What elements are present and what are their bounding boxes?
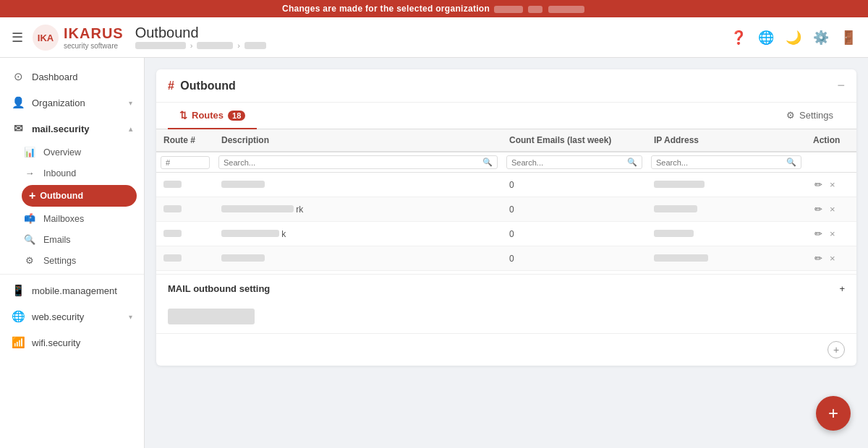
sidebar-item-mobile[interactable]: 📱 mobile.management [0, 277, 144, 303]
delete-button-3[interactable]: × [828, 251, 837, 265]
table-row: 0✏× [156, 173, 856, 197]
hash-symbol: # [168, 79, 174, 92]
sidebar-item-dashboard[interactable]: ⊙ Dashboard [0, 64, 144, 90]
add-section-button[interactable]: + [827, 341, 845, 358]
sidebar-item-overview[interactable]: 📊 Overview [14, 142, 144, 163]
tabs-bar: ⇅ Routes 18 ⚙ Settings [156, 103, 856, 129]
sidebar-label-inbound: Inbound [43, 168, 132, 178]
table-row: rk0✏× [156, 197, 856, 222]
sidebar-label-mailboxes: Mailboxes [43, 214, 132, 224]
mobile-icon: 📱 [12, 284, 25, 297]
col-action: Action [806, 129, 856, 152]
action-cell-1: ✏× [813, 202, 849, 216]
sidebar-item-mail-security[interactable]: ✉ mail.security ▴ [0, 116, 144, 142]
tab-routes-label: Routes [192, 110, 224, 121]
theme-icon[interactable]: 🌙 [786, 30, 801, 46]
edit-button-0[interactable]: ✏ [813, 178, 824, 191]
search-action-cell [806, 152, 856, 173]
sidebar-item-settings[interactable]: ⚙ Settings [14, 250, 144, 271]
cell-route-0 [156, 173, 214, 197]
search-route-wrap [161, 156, 210, 169]
action-cell-3: ✏× [813, 251, 849, 265]
cell-route-3 [156, 246, 214, 271]
outbound-card: # Outbound − ⇅ Routes 18 ⚙ Settings [156, 69, 856, 366]
search-route-input[interactable] [166, 158, 205, 167]
plus-section: + [156, 333, 856, 366]
col-ip: IP Address [647, 129, 806, 152]
delete-button-0[interactable]: × [828, 178, 837, 191]
logout-icon[interactable]: 🚪 [841, 30, 856, 46]
breadcrumb-2 [197, 42, 233, 49]
settings-icon[interactable]: ⚙️ [813, 30, 829, 46]
tab-routes[interactable]: ⇅ Routes 18 [168, 103, 257, 129]
cell-action-2: ✏× [806, 222, 856, 246]
mail-section-header[interactable]: MAIL outbound setting + [156, 275, 856, 303]
mail-section-title: MAIL outbound setting [168, 283, 270, 294]
search-count-input[interactable] [511, 158, 627, 167]
header-title-area: Outbound › › [135, 25, 266, 50]
mail-section: MAIL outbound setting + [156, 274, 856, 333]
sidebar-item-inbound[interactable]: → Inbound [14, 163, 144, 184]
tab-settings-label: Settings [799, 110, 833, 121]
desc-value-2 [221, 230, 279, 237]
delete-button-2[interactable]: × [828, 227, 837, 241]
table-row: 0✏× [156, 246, 856, 271]
search-count-icon: 🔍 [627, 158, 637, 167]
sidebar-item-organization[interactable]: 👤 Organization ▾ [0, 90, 144, 116]
globe-icon[interactable]: 🌐 [758, 30, 774, 46]
cell-desc-0 [214, 173, 502, 197]
minimize-button[interactable]: − [837, 78, 845, 93]
settings-sidebar-icon: ⚙ [23, 255, 36, 266]
sidebar-item-wifi[interactable]: 📶 wifi.security [0, 329, 144, 356]
route-value-0 [163, 181, 182, 188]
cell-desc-2: k [214, 222, 502, 246]
mail-redacted-value [168, 309, 255, 324]
search-count-wrap: 🔍 [506, 155, 642, 169]
fab-add-button[interactable]: + [816, 396, 851, 431]
mail-section-content [156, 303, 856, 333]
search-desc-input[interactable] [224, 158, 482, 167]
sidebar-item-emails[interactable]: 🔍 Emails [14, 229, 144, 250]
help-icon[interactable]: ❓ [731, 30, 746, 46]
edit-button-3[interactable]: ✏ [813, 251, 824, 265]
cell-desc-1: rk [214, 197, 502, 222]
tab-settings[interactable]: ⚙ Settings [775, 103, 845, 129]
search-count-cell: 🔍 [502, 152, 647, 173]
table-search-row: 🔍 🔍 [156, 152, 856, 173]
logo-name: IKARUS [64, 25, 124, 42]
cell-ip-1 [647, 197, 806, 222]
delete-button-1[interactable]: × [828, 202, 837, 216]
sidebar-label-settings: Settings [43, 256, 132, 266]
search-ip-input[interactable] [656, 158, 786, 167]
search-ip-cell: 🔍 [647, 152, 806, 173]
banner-org-redacted2 [528, 6, 542, 13]
cell-route-2 [156, 222, 214, 246]
table-header-row: Route # Description Count Emails (last w… [156, 129, 856, 152]
table-scroll-area[interactable]: Route # Description Count Emails (last w… [156, 129, 856, 274]
layout: ⊙ Dashboard 👤 Organization ▾ ✉ mail.secu… [0, 58, 868, 448]
edit-button-1[interactable]: ✏ [813, 202, 824, 216]
cell-count-0: 0 [502, 173, 647, 197]
cell-count-3: 0 [502, 246, 647, 271]
logo-icon: IKA [32, 24, 59, 51]
sidebar-item-mailboxes[interactable]: 📫 Mailboxes [14, 208, 144, 229]
sidebar-item-web[interactable]: 🌐 web.security ▾ [0, 303, 144, 329]
org-icon: 👤 [12, 96, 25, 109]
banner-text: Changes are made for the selected organi… [282, 4, 490, 14]
col-route: Route # [156, 129, 214, 152]
web-chevron-icon: ▾ [129, 313, 132, 321]
breadcrumb-sep2: › [237, 41, 240, 50]
action-cell-2: ✏× [813, 227, 849, 241]
desc-value-1 [221, 205, 294, 212]
col-count: Count Emails (last week) [502, 129, 647, 152]
search-desc-icon: 🔍 [482, 158, 493, 167]
desc-value-3 [221, 254, 265, 262]
banner-org-redacted [494, 6, 523, 13]
sidebar-sub-mail: 📊 Overview → Inbound + Outbound 📫 Mailbo… [0, 142, 144, 271]
routes-count-badge: 18 [228, 111, 245, 121]
hamburger-menu[interactable]: ☰ [12, 30, 23, 46]
settings-tab-icon: ⚙ [786, 110, 795, 121]
sidebar-item-outbound[interactable]: + Outbound [22, 185, 137, 207]
logo: IKA IKARUS security software [32, 24, 124, 51]
edit-button-2[interactable]: ✏ [813, 227, 824, 241]
